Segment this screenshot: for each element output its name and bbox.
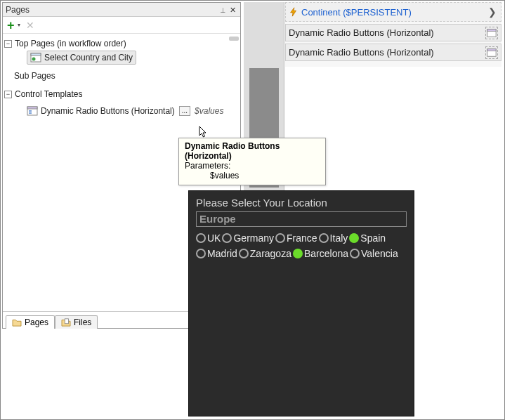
files-icon bbox=[61, 318, 71, 327]
control-templates-label: Control Templates bbox=[15, 89, 83, 99]
remove-button-disabled: ✕ bbox=[26, 20, 34, 31]
city-radio-madrid[interactable]: Madrid bbox=[196, 248, 237, 259]
country-radio-spain[interactable]: Spain bbox=[349, 232, 386, 244]
tree-section-control-templates[interactable]: − Control Templates bbox=[4, 87, 239, 101]
header-text: Dynamic Radio Buttons (Horizontal) bbox=[289, 47, 434, 58]
header-row-continent[interactable]: Continent ($PERSISTENT) ❯ bbox=[285, 2, 501, 22]
tab-label: Pages bbox=[25, 317, 48, 327]
radio-label: Spain bbox=[360, 232, 386, 244]
collapse-icon[interactable]: − bbox=[4, 91, 12, 98]
add-dropdown-icon[interactable]: ▾ bbox=[18, 22, 20, 28]
region-input[interactable]: Europe bbox=[196, 211, 407, 227]
tooltip-param: $values bbox=[185, 171, 320, 181]
cities-row: MadridZaragozaBarcelonaValencia bbox=[196, 248, 407, 259]
city-radio-zaragoza[interactable]: Zaragoza bbox=[239, 248, 291, 259]
collapse-icon[interactable]: − bbox=[4, 40, 12, 48]
chevron-right-icon[interactable]: ❯ bbox=[488, 6, 497, 18]
top-pages-label: Top Pages (in workflow order) bbox=[15, 39, 126, 48]
tab-label: Files bbox=[74, 317, 91, 327]
scrollbar-thumb[interactable] bbox=[229, 37, 239, 41]
pin-icon[interactable]: ⟂ bbox=[218, 3, 228, 17]
tree-item-dynamic-radio[interactable]: Dynamic Radio Buttons (Horizontal) ... $… bbox=[4, 104, 239, 118]
tree-item-label: Select Country and City bbox=[44, 53, 133, 63]
radio-circle-icon bbox=[349, 233, 359, 243]
bolt-icon bbox=[289, 7, 299, 17]
radio-label: Italy bbox=[330, 232, 348, 244]
radio-circle-icon bbox=[350, 249, 360, 258]
svg-rect-6 bbox=[29, 112, 32, 114]
radio-circle-icon bbox=[196, 233, 206, 243]
tooltip-title: Dynamic Radio Buttons (Horizontal) bbox=[185, 141, 320, 161]
radio-label: Barcelona bbox=[304, 248, 348, 259]
sub-pages-label: Sub Pages bbox=[14, 71, 55, 81]
header-text: Continent ($PERSISTENT) bbox=[301, 7, 412, 18]
radio-circle-icon bbox=[275, 233, 285, 243]
svg-rect-5 bbox=[29, 110, 32, 112]
add-button[interactable]: + bbox=[7, 20, 15, 31]
location-panel: Please Select Your Location Europe UKGer… bbox=[188, 190, 414, 416]
country-radio-france[interactable]: France bbox=[275, 232, 317, 244]
svg-rect-9 bbox=[487, 29, 496, 32]
svg-rect-4 bbox=[27, 107, 37, 109]
panel-titlebar: Pages ⟂ ✕ bbox=[3, 3, 240, 17]
location-prompt: Please Select Your Location bbox=[196, 197, 407, 209]
radio-circle-icon bbox=[319, 233, 329, 243]
template-params: $values bbox=[195, 106, 223, 116]
header-text: Dynamic Radio Buttons (Horizontal) bbox=[289, 27, 434, 38]
radio-label: Germany bbox=[233, 232, 274, 244]
tree-section-sub-pages[interactable]: Sub Pages bbox=[4, 69, 239, 83]
radio-circle-icon bbox=[239, 249, 249, 258]
radio-label: Valencia bbox=[361, 248, 398, 259]
tab-pages[interactable]: Pages bbox=[6, 315, 55, 329]
cursor-icon bbox=[199, 126, 209, 138]
ellipsis-button[interactable]: ... bbox=[179, 106, 190, 116]
tree-item-label: Dynamic Radio Buttons (Horizontal) bbox=[41, 106, 175, 116]
svg-point-2 bbox=[32, 58, 36, 61]
svg-rect-1 bbox=[31, 53, 41, 55]
page-icon bbox=[30, 52, 41, 63]
radio-label: France bbox=[287, 232, 317, 244]
panel-title: Pages bbox=[6, 3, 218, 17]
countries-row: UKGermanyFranceItalySpain bbox=[196, 232, 407, 244]
right-header: Continent ($PERSISTENT) ❯ Dynamic Radio … bbox=[285, 2, 501, 67]
template-badge-icon bbox=[485, 46, 498, 59]
header-row-dynamic-1[interactable]: Dynamic Radio Buttons (Horizontal) bbox=[285, 24, 501, 41]
country-radio-italy[interactable]: Italy bbox=[319, 232, 348, 244]
panel-toolbar: + ▾ ✕ bbox=[3, 17, 240, 34]
city-radio-barcelona[interactable]: Barcelona bbox=[293, 248, 348, 259]
tab-files[interactable]: Files bbox=[55, 315, 98, 329]
template-icon bbox=[27, 105, 38, 117]
country-radio-uk[interactable]: UK bbox=[196, 232, 221, 244]
svg-rect-7 bbox=[65, 319, 68, 324]
tooltip-params-label: Parameters: bbox=[185, 161, 320, 171]
country-radio-germany[interactable]: Germany bbox=[222, 232, 274, 244]
folder-icon bbox=[12, 318, 22, 327]
header-row-dynamic-2[interactable]: Dynamic Radio Buttons (Horizontal) bbox=[285, 44, 501, 61]
svg-rect-11 bbox=[487, 49, 496, 51]
close-icon[interactable]: ✕ bbox=[228, 3, 237, 17]
radio-circle-icon bbox=[196, 249, 206, 258]
template-badge-icon bbox=[485, 27, 498, 39]
tree-item-select-country[interactable]: Select Country and City bbox=[4, 51, 239, 65]
radio-circle-icon bbox=[293, 249, 303, 258]
tree-section-top-pages[interactable]: − Top Pages (in workflow order) bbox=[4, 37, 239, 51]
tooltip: Dynamic Radio Buttons (Horizontal) Param… bbox=[178, 138, 326, 185]
radio-label: UK bbox=[207, 232, 221, 244]
city-radio-valencia[interactable]: Valencia bbox=[350, 248, 398, 259]
radio-label: Madrid bbox=[207, 248, 237, 259]
radio-circle-icon bbox=[222, 233, 232, 243]
radio-label: Zaragoza bbox=[250, 248, 291, 259]
